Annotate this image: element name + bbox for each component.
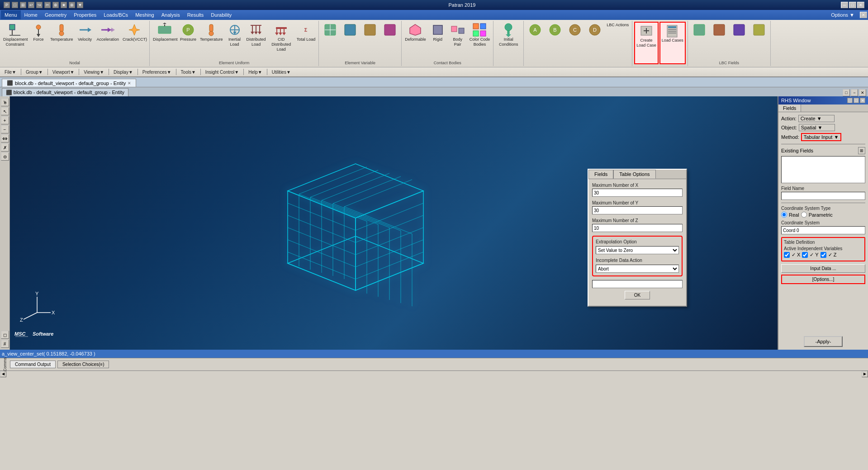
lbc-action-1[interactable]: A xyxy=(526,22,545,65)
toolbar-create-load-case[interactable]: CreateLoad Case xyxy=(634,22,659,64)
lbc-action-2[interactable]: B xyxy=(545,22,564,65)
rhs-minimize[interactable]: _ xyxy=(847,98,853,103)
menu-close-btn[interactable]: ✕ xyxy=(860,12,867,18)
toolbar-color-code-bodies[interactable]: Color CodeBodies xyxy=(468,22,492,60)
toolbar-icon-9[interactable]: ▼ xyxy=(77,2,83,8)
toolbar-displacement-constraint[interactable]: DisplacementConstraint xyxy=(2,22,28,60)
lbc-field-4[interactable] xyxy=(749,22,768,60)
ev-item-3[interactable] xyxy=(360,22,379,60)
toolbar-displacement-eu[interactable]: Displacement xyxy=(152,22,178,60)
dialog-tab-fields[interactable]: Fields xyxy=(588,170,613,179)
sidebar-icon-1[interactable]: 🖱 xyxy=(1,98,9,106)
viewport-menu[interactable]: Viewport▼ xyxy=(50,69,77,76)
ev-item-4[interactable] xyxy=(380,22,399,60)
utilities-menu[interactable]: Utilities▼ xyxy=(269,69,294,76)
sidebar-icon-2[interactable]: ↖ xyxy=(1,107,9,115)
toolbar-total-load[interactable]: Σ Total Load xyxy=(295,22,317,60)
toolbar-icon-1[interactable]: □ xyxy=(12,2,18,8)
toolbar-icon-3[interactable]: ↩ xyxy=(28,2,34,8)
preferences-menu[interactable]: Preferences▼ xyxy=(140,69,174,76)
viewport-ctrl-3[interactable]: ✕ xyxy=(859,89,866,96)
parametric-radio[interactable] xyxy=(801,212,807,218)
toolbar-rigid[interactable]: Rigid xyxy=(428,22,447,60)
apply-button[interactable]: -Apply- xyxy=(804,336,843,347)
toolbar-cid-distributed-load[interactable]: CID DistributedLoad xyxy=(268,22,294,60)
max-z-input[interactable] xyxy=(592,224,683,232)
menu-analysis-btn[interactable]: Analysis xyxy=(158,10,184,19)
lbc-field-1[interactable] xyxy=(690,22,709,60)
viewport-ctrl-2[interactable]: − xyxy=(851,89,858,96)
dialog-tab-table-options[interactable]: Table Options xyxy=(613,170,655,179)
sidebar-icon-5[interactable]: ⇔ xyxy=(1,134,9,142)
input-data-btn[interactable]: Input Data ... xyxy=(781,264,865,273)
comms-label[interactable]: Comms xyxy=(2,357,8,371)
lbc-action-3[interactable]: C xyxy=(565,22,584,65)
options-btn[interactable]: [Options...] xyxy=(781,275,865,284)
menu-properties-btn[interactable]: Properties xyxy=(70,10,100,19)
main-tab[interactable]: ⬛ block.db - default_viewport - default_… xyxy=(2,79,136,87)
method-dropdown[interactable]: Tabular Input ▼ xyxy=(801,133,842,141)
viewport-ctrl-1[interactable]: □ xyxy=(843,89,850,96)
toolbar-force[interactable]: Force xyxy=(29,22,48,60)
toolbar-load-cases[interactable]: Load Cases xyxy=(659,22,686,64)
toolbar-initial-conditions[interactable]: Initial Conditions xyxy=(495,22,522,65)
ev-item-1[interactable] xyxy=(321,22,340,60)
selection-choices-tab[interactable]: Selection Choices(≡) xyxy=(57,361,109,368)
coord-system-input[interactable] xyxy=(781,226,865,234)
display-menu[interactable]: Display▼ xyxy=(111,69,136,76)
toolbar-acceleration[interactable]: Acceleration xyxy=(95,22,121,60)
sidebar-icon-8[interactable]: ◻ xyxy=(1,331,9,339)
z-checkbox[interactable] xyxy=(821,252,826,258)
toolbar-temperature[interactable]: Temperature xyxy=(49,22,75,60)
real-radio[interactable] xyxy=(781,212,787,218)
x-checkbox[interactable] xyxy=(784,252,790,258)
help-menu[interactable]: Help▼ xyxy=(246,69,265,76)
menu-geometry-btn[interactable]: Geometry xyxy=(41,10,70,19)
close-btn[interactable]: ✕ xyxy=(857,2,864,8)
bottom-scroll[interactable]: ◀ ▶ xyxy=(0,370,868,377)
toolbar-distributed-load[interactable]: DistributedLoad xyxy=(245,22,267,60)
toolbar-body-pair[interactable]: BodyPair xyxy=(448,22,467,60)
toolbar-velocity[interactable]: Velocity xyxy=(76,22,95,60)
object-dropdown[interactable]: Spatial ▼ xyxy=(799,124,835,131)
scroll-left[interactable]: ◀ xyxy=(0,371,6,377)
sidebar-icon-6[interactable]: ✗ xyxy=(1,143,9,152)
sidebar-icon-9[interactable]: # xyxy=(1,340,9,348)
y-checkbox[interactable] xyxy=(802,252,808,258)
toolbar-inertial-load[interactable]: InertialLoad xyxy=(225,22,244,60)
main-tab-close[interactable]: ✕ xyxy=(128,81,131,85)
menu-menu-btn[interactable]: Menu xyxy=(1,10,21,19)
viewport[interactable]: Y Z X MSC Software Fields Table Op xyxy=(10,96,778,350)
lbc-field-3[interactable] xyxy=(730,22,749,60)
toolbar-deformable[interactable]: Deformable xyxy=(403,22,427,60)
toolbar-icon-2[interactable]: ⊞ xyxy=(20,2,26,8)
sidebar-icon-7[interactable]: ⊖ xyxy=(1,152,9,161)
lbc-field-2[interactable] xyxy=(710,22,729,60)
sidebar-icon-4[interactable]: − xyxy=(1,125,9,133)
max-y-input[interactable] xyxy=(592,206,683,214)
rhs-float[interactable]: □ xyxy=(854,98,859,103)
scroll-right[interactable]: ▶ xyxy=(862,371,868,377)
tools-menu[interactable]: Tools▼ xyxy=(178,69,199,76)
max-x-input[interactable] xyxy=(592,189,683,197)
maximize-btn[interactable]: □ xyxy=(849,2,856,8)
app-icon[interactable]: P xyxy=(4,2,10,8)
toolbar-icon-4[interactable]: ↪ xyxy=(36,2,43,8)
action-dropdown[interactable]: Create ▼ xyxy=(798,115,835,122)
toolbar-temperature-eu[interactable]: Temperature xyxy=(199,22,224,60)
menu-durability-btn[interactable]: Durability xyxy=(207,10,235,19)
insight-control-menu[interactable]: Insight Control▼ xyxy=(203,69,242,76)
toolbar-pressure[interactable]: P Pressure xyxy=(179,22,198,60)
toolbar-crack-vcct[interactable]: Crack(VCCT) xyxy=(121,22,147,60)
file-menu[interactable]: File▼ xyxy=(2,69,19,76)
second-tab[interactable]: ⬛ block.db - default_viewport - default_… xyxy=(2,88,128,96)
rhs-tab-fields[interactable]: Fields xyxy=(778,104,801,112)
rhs-close[interactable]: ✕ xyxy=(860,98,865,103)
toolbar-icon-7[interactable]: ★ xyxy=(61,2,67,8)
toolbar-icon-5[interactable]: ✂ xyxy=(44,2,51,8)
toolbar-icon-8[interactable]: ⊗ xyxy=(69,2,75,8)
ok-button[interactable]: OK xyxy=(625,291,650,299)
menu-options-btn[interactable]: Options ▼ xyxy=(827,10,858,19)
extrapolation-select[interactable]: Set Value to Zero Extrapolate xyxy=(596,246,679,254)
incomplete-data-select[interactable]: Abort Skip xyxy=(596,265,679,273)
